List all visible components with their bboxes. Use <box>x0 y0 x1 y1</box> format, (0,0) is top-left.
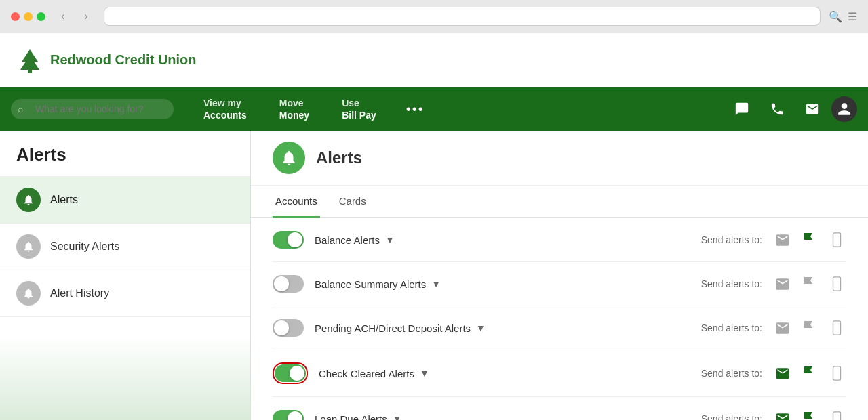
nav-phone-button[interactable] <box>761 93 793 125</box>
check-cleared-label: Check Cleared Alerts <box>319 368 414 379</box>
check-cleared-toggle-wrapper <box>273 362 308 384</box>
check-cleared-toggle[interactable] <box>275 364 306 382</box>
nav-billpay-small: Use <box>342 97 376 109</box>
nav-chat-button[interactable] <box>726 93 758 125</box>
ach-toggle[interactable] <box>273 319 304 337</box>
ach-toggle-wrapper <box>273 319 304 337</box>
check-cleared-dropdown[interactable]: ▼ <box>420 368 429 379</box>
loan-due-dropdown[interactable]: ▼ <box>393 413 402 420</box>
app-container: Redwood Credit Union ⌕ View my Accounts … <box>0 33 868 420</box>
nav-money-small: Move <box>279 97 309 109</box>
browser-search-icon: 🔍 <box>829 10 842 23</box>
balance-summary-label: Balance Summary Alerts <box>315 278 426 290</box>
maximize-button[interactable] <box>37 12 45 21</box>
ach-phone-icon[interactable] <box>827 318 846 337</box>
balance-summary-dropdown[interactable]: ▼ <box>431 278 441 289</box>
page-icon <box>273 142 305 174</box>
back-button[interactable]: ‹ <box>54 7 73 26</box>
balance-summary-phone-icon[interactable] <box>827 274 846 293</box>
nav-more-button[interactable]: ••• <box>395 96 435 123</box>
ach-label-area: Pending ACH/Direct Deposit Alerts ▼ <box>315 322 690 334</box>
alert-row-loan-due: Loan Due Alerts ▼ Send alerts to: <box>273 397 846 420</box>
nav-items: View my Accounts Move Money Use Bill Pay… <box>184 91 726 127</box>
nav-arrows: ‹ › <box>54 7 96 26</box>
balance-send-label: Send alerts to: <box>701 234 762 245</box>
balance-alerts-label: Balance Alerts <box>315 234 380 246</box>
balance-summary-email-icon[interactable] <box>773 274 792 293</box>
browser-toolbar-icons: 🔍 ☰ <box>829 10 857 23</box>
balance-flag-icon[interactable] <box>800 230 819 249</box>
svg-rect-4 <box>833 277 841 291</box>
minimize-button[interactable] <box>24 12 33 21</box>
logo-area: Redwood Credit Union <box>16 47 197 74</box>
loan-due-toggle-wrapper <box>273 410 304 420</box>
sidebar-security-icon <box>16 234 41 259</box>
alerts-list: Balance Alerts ▼ Send alerts to: <box>251 218 868 420</box>
loan-due-phone-icon[interactable] <box>827 409 846 420</box>
sidebar-item-security-alerts[interactable]: Security Alerts <box>0 224 250 270</box>
check-cleared-send-label: Send alerts to: <box>701 368 762 379</box>
sidebar-item-alerts[interactable]: Alerts <box>0 177 250 224</box>
nav-email-button[interactable] <box>796 93 829 125</box>
balance-email-icon[interactable] <box>773 230 792 249</box>
alert-row-check-cleared: Check Cleared Alerts ▼ Send alerts to: <box>273 350 846 397</box>
nav-billpay-bold: Bill Pay <box>342 109 376 121</box>
balance-summary-send-label: Send alerts to: <box>701 278 762 289</box>
sidebar: Alerts Alerts Security Alerts <box>0 131 251 420</box>
nav-accounts-small: View my <box>203 97 247 109</box>
check-cleared-phone-icon[interactable] <box>827 364 846 383</box>
balance-phone-icon[interactable] <box>827 230 846 249</box>
svg-rect-2 <box>833 233 841 247</box>
svg-rect-8 <box>833 366 841 380</box>
balance-toggle-wrapper <box>273 231 304 249</box>
loan-due-toggle[interactable] <box>273 410 304 420</box>
balance-alerts-toggle[interactable] <box>273 231 304 249</box>
forward-button[interactable]: › <box>77 7 96 26</box>
address-bar[interactable] <box>104 7 821 26</box>
content-area: Alerts Accounts Cards Balance Alert <box>251 131 868 420</box>
search-input[interactable] <box>11 99 174 119</box>
sidebar-security-label: Security Alerts <box>50 240 119 253</box>
alert-row-balance-summary: Balance Summary Alerts ▼ Send alerts to: <box>273 262 846 306</box>
ach-send-area: Send alerts to: <box>701 318 846 337</box>
ach-flag-icon[interactable] <box>800 318 819 337</box>
browser-chrome: ‹ › 🔍 ☰ <box>0 0 868 33</box>
balance-dropdown-arrow[interactable]: ▼ <box>385 234 395 245</box>
balance-summary-flag-icon[interactable] <box>800 274 819 293</box>
check-cleared-flag-icon[interactable] <box>800 364 819 383</box>
tabs: Accounts Cards <box>251 186 868 218</box>
balance-toggle-knob <box>288 232 302 247</box>
logo-text: Redwood Credit Union <box>50 52 197 68</box>
page-title: Alerts <box>316 148 362 167</box>
nav-accounts-bold: Accounts <box>203 109 247 121</box>
alert-row-ach: Pending ACH/Direct Deposit Alerts ▼ Send… <box>273 306 846 350</box>
sidebar-history-icon <box>16 281 41 306</box>
sidebar-alerts-label: Alerts <box>50 194 78 206</box>
close-button[interactable] <box>11 12 20 21</box>
balance-summary-toggle-wrapper <box>273 275 304 293</box>
sidebar-alerts-icon <box>16 188 41 212</box>
check-cleared-email-icon[interactable] <box>773 364 792 383</box>
check-cleared-toggle-knob <box>290 366 304 381</box>
sidebar-item-alert-history[interactable]: Alert History <box>0 270 250 317</box>
nav-item-billpay[interactable]: Use Bill Pay <box>328 91 390 127</box>
nav-bar: ⌕ View my Accounts Move Money Use Bill P… <box>0 87 868 131</box>
balance-summary-toggle[interactable] <box>273 275 304 293</box>
loan-due-toggle-knob <box>288 411 302 420</box>
ach-email-icon[interactable] <box>773 318 792 337</box>
ach-dropdown[interactable]: ▼ <box>476 322 486 333</box>
tab-cards[interactable]: Cards <box>336 186 369 218</box>
loan-due-label: Loan Due Alerts <box>315 413 387 421</box>
loan-due-label-area: Loan Due Alerts ▼ <box>315 413 690 421</box>
loan-due-email-icon[interactable] <box>773 409 792 420</box>
balance-summary-label-area: Balance Summary Alerts ▼ <box>315 278 690 290</box>
loan-due-flag-icon[interactable] <box>800 409 819 420</box>
nav-item-money[interactable]: Move Money <box>266 91 323 127</box>
nav-item-accounts[interactable]: View my Accounts <box>190 91 260 127</box>
browser-menu-icon: ☰ <box>848 10 857 23</box>
tab-accounts[interactable]: Accounts <box>273 186 320 218</box>
svg-rect-6 <box>833 321 841 335</box>
nav-avatar[interactable] <box>831 96 857 122</box>
loan-due-send-label: Send alerts to: <box>701 413 762 420</box>
svg-rect-10 <box>833 412 841 420</box>
